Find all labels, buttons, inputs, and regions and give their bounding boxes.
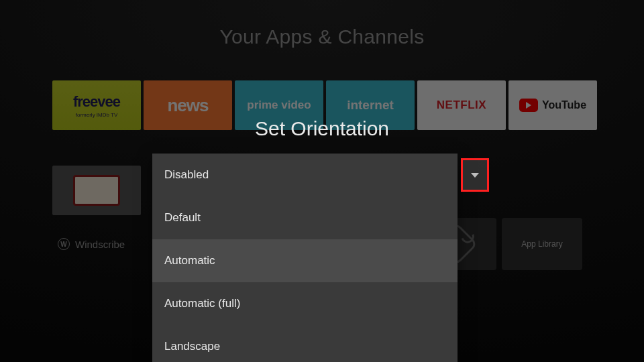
option-label: Disabled bbox=[164, 168, 209, 182]
option-landscape[interactable]: Landscape bbox=[152, 325, 458, 362]
option-default[interactable]: Default bbox=[152, 196, 458, 239]
dropdown-caret-button[interactable] bbox=[461, 158, 489, 192]
dialog-title: Set Orientation bbox=[0, 117, 644, 140]
option-automatic[interactable]: Automatic bbox=[152, 239, 458, 282]
option-label: Automatic bbox=[164, 254, 215, 267]
option-label: Default bbox=[164, 211, 201, 225]
option-automatic-full[interactable]: Automatic (full) bbox=[152, 282, 458, 325]
option-label: Landscape bbox=[164, 340, 220, 353]
option-disabled[interactable]: Disabled bbox=[152, 154, 458, 196]
option-label: Automatic (full) bbox=[164, 297, 240, 310]
orientation-dropdown[interactable]: Disabled Default Automatic Automatic (fu… bbox=[152, 154, 458, 362]
caret-down-icon bbox=[471, 173, 479, 178]
